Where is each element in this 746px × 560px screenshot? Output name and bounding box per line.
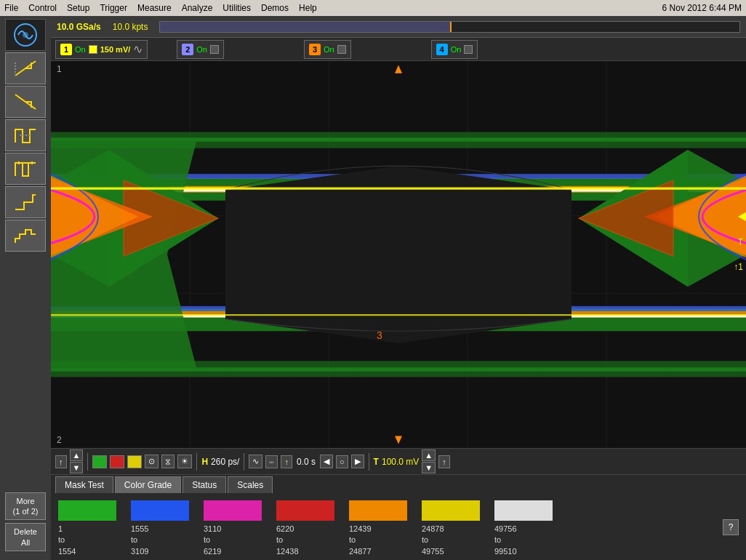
svg-rect-42 <box>51 361 746 377</box>
slope-rising-icon[interactable] <box>5 52 46 84</box>
acquisition-progress[interactable] <box>159 21 740 33</box>
bottombar: ↑ ▲ ▼ ■ ■ ■ ⊙ ⧖ ☀ H 260 ps/ <box>51 448 746 474</box>
sidebar: More (1 of 2) Delete All <box>0 16 51 560</box>
sample-rate: 10.0 GSa/s <box>57 22 101 32</box>
y-up-button[interactable]: ↑ <box>55 455 67 468</box>
ch1-label: 1 <box>57 64 62 74</box>
trigger-rise-button[interactable]: ↑ <box>281 455 292 468</box>
menubar: File Control Setup Trigger Measure Analy… <box>0 0 746 16</box>
trig-inc-button[interactable]: ▲ <box>422 449 436 461</box>
ch1-wave: ∿ <box>133 42 143 56</box>
tabbar: Mask Test Color Grade Status Scales <box>51 474 746 495</box>
slope-falling-icon[interactable] <box>5 86 46 118</box>
trigger-T-marker: T <box>738 237 743 247</box>
channel-2-box[interactable]: 2 On <box>177 40 224 59</box>
legend-color-6 <box>422 500 480 521</box>
svg-point-1 <box>23 32 28 38</box>
progress-bar <box>160 22 449 32</box>
svg-text:3: 3 <box>377 329 382 342</box>
ch4-check[interactable] <box>464 45 473 54</box>
ch4-on: On <box>451 45 462 54</box>
legend-label-6: 24878 to 49755 <box>422 524 444 557</box>
tab-status[interactable]: Status <box>183 476 226 493</box>
legend-item-4: 6220 to 12438 <box>276 500 334 557</box>
timebase-label: H <box>201 457 208 467</box>
ch-color-1[interactable]: ■ <box>92 455 107 468</box>
oscilloscope-display[interactable]: 3 1 2 T ↑1 <box>51 61 746 448</box>
ch1-on: On <box>75 45 86 54</box>
legend-label-1: 1 to 1554 <box>58 524 76 557</box>
coupling-dc-button[interactable]: ⎓ <box>265 455 278 468</box>
trigger-label: T <box>374 457 379 467</box>
legend-label-4: 6220 to 12438 <box>276 524 299 557</box>
menu-utilities[interactable]: Utilities <box>222 3 251 13</box>
menu-trigger[interactable]: Trigger <box>100 3 127 13</box>
delete-all-button[interactable]: Delete All <box>5 523 46 551</box>
svg-rect-41 <box>51 132 746 148</box>
bright-button[interactable]: ☀ <box>177 455 192 468</box>
persist-button[interactable]: ⧖ <box>161 455 175 468</box>
legend-color-2 <box>131 500 189 521</box>
nav-right-button[interactable]: ▶ <box>351 455 364 468</box>
channelbar: 1 On 150 mV/ ∿ 2 On 3 On 4 On <box>51 38 746 61</box>
y-dec-button[interactable]: ▼ <box>70 462 84 473</box>
trig-dec-button[interactable]: ▼ <box>422 462 436 473</box>
pulse-width-icon[interactable] <box>5 153 46 185</box>
color-grade-legend: 1 to 1554 1555 to 3109 3110 to 6219 6220… <box>51 495 746 560</box>
divider2 <box>196 453 197 471</box>
channel-1-box[interactable]: 1 On 150 mV/ ∿ <box>55 40 148 59</box>
trig-up-button[interactable]: ↑ <box>438 455 450 468</box>
snapshot-button[interactable]: ⊙ <box>145 455 159 468</box>
menu-control[interactable]: Control <box>28 3 57 13</box>
logo-icon <box>5 19 46 51</box>
legend-label-7: 49756 to 99510 <box>494 524 517 557</box>
menubar-items: File Control Setup Trigger Measure Analy… <box>4 3 317 13</box>
progress-marker <box>450 22 452 32</box>
divider1 <box>87 453 88 471</box>
menu-help[interactable]: Help <box>299 3 317 13</box>
ch2-label: 2 <box>57 435 62 445</box>
nav-left-button[interactable]: ◀ <box>320 455 333 468</box>
trigger-value: 100.0 mV <box>382 457 419 467</box>
sidebar-bottom: More (1 of 2) Delete All <box>5 492 46 557</box>
ch3-check[interactable] <box>337 45 346 54</box>
divider4 <box>369 453 369 471</box>
menu-setup[interactable]: Setup <box>67 3 89 13</box>
y-inc-button[interactable]: ▲ <box>70 449 84 461</box>
ch2-num: 2 <box>182 44 193 55</box>
legend-color-1 <box>58 500 116 521</box>
legend-color-5 <box>349 500 407 521</box>
menu-measure[interactable]: Measure <box>137 3 172 13</box>
svg-marker-39 <box>225 166 571 343</box>
menu-file[interactable]: File <box>4 3 18 13</box>
nav-center-button[interactable]: ○ <box>336 455 348 468</box>
channel-3-box[interactable]: 3 On <box>304 40 351 59</box>
menu-demos[interactable]: Demos <box>261 3 289 13</box>
tab-mask-test[interactable]: Mask Test <box>55 476 113 493</box>
tab-scales[interactable]: Scales <box>228 476 273 493</box>
help-button[interactable]: ? <box>723 519 739 535</box>
ch2-check[interactable] <box>210 45 219 54</box>
legend-item-6: 24878 to 49755 <box>422 500 480 557</box>
time-value: 0.0 s <box>297 457 316 467</box>
coupling-controls: ■ ■ ■ ⊙ ⧖ ☀ <box>92 455 192 468</box>
tab-color-grade[interactable]: Color Grade <box>115 476 181 493</box>
topbar: 10.0 GSa/s 10.0 kpts <box>51 16 746 38</box>
legend-item-5: 12439 to 24877 <box>349 500 407 557</box>
more-button[interactable]: More (1 of 2) <box>5 492 46 521</box>
coupling-ac-button[interactable]: ∿ <box>249 455 262 468</box>
ch3-num: 3 <box>309 44 321 55</box>
legend-item-2: 1555 to 3109 <box>131 500 189 557</box>
time-section: 0.0 s <box>297 457 316 467</box>
step-icon[interactable] <box>5 186 46 218</box>
menu-analyze[interactable]: Analyze <box>182 3 213 13</box>
ch-color-2[interactable]: ■ <box>110 455 124 468</box>
datetime: 6 Nov 2012 6:44 PM <box>662 3 742 13</box>
ch-color-3[interactable]: ■ <box>127 455 142 468</box>
pulse-pos-icon[interactable] <box>5 119 46 151</box>
legend-color-7 <box>494 500 553 521</box>
ch1-check[interactable] <box>89 45 97 54</box>
sample-pts: 10.0 kpts <box>113 22 148 32</box>
channel-4-box[interactable]: 4 On <box>431 40 478 59</box>
multi-step-icon[interactable] <box>5 220 46 252</box>
